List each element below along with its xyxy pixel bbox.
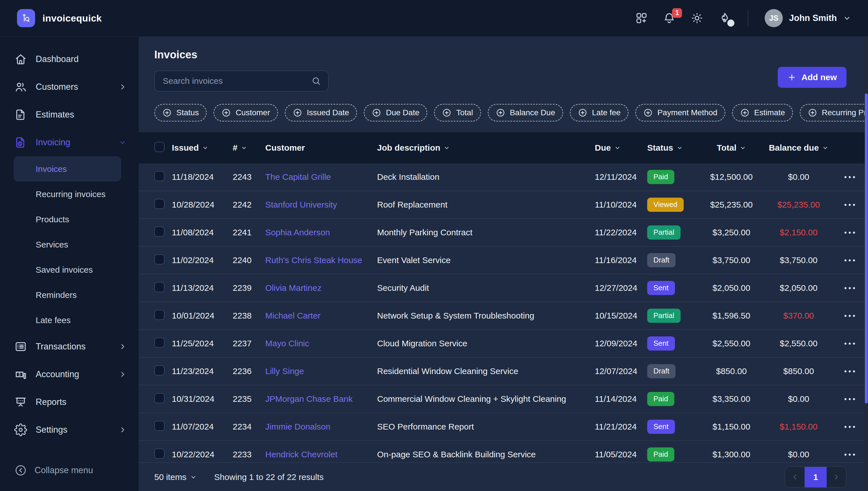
chevron-down-icon [119,139,126,146]
status-badge: Sent [647,281,675,295]
row-checkbox[interactable] [154,449,164,459]
row-checkbox[interactable] [154,254,164,264]
filter-chip-customer[interactable]: Customer [213,104,278,121]
apps-add-icon[interactable] [635,11,648,25]
bell-icon[interactable]: 1 [663,11,676,25]
sidebar-item-dashboard[interactable]: Dashboard [0,45,139,73]
column-header-total[interactable]: Total [702,143,760,153]
select-all-checkbox[interactable] [154,142,164,152]
prev-page-button[interactable] [785,467,805,487]
row-actions-button[interactable] [842,423,858,431]
row-actions-button[interactable] [842,340,858,347]
add-new-button[interactable]: Add new [778,67,846,88]
filter-chip-due-date[interactable]: Due Date [364,104,427,121]
filter-chip-recurring-profile[interactable]: Recurring Profile [800,104,868,121]
due-date: 11/10/2024 [595,200,647,209]
search-input[interactable] [162,76,311,86]
sidebar-subitem-services[interactable]: Services [13,232,121,257]
sidebar-subitem-invoices[interactable]: Invoices [13,156,121,181]
sidebar-item-estimates[interactable]: Estimates [0,101,139,128]
sidebar-item-reports[interactable]: Reports [0,388,139,416]
customer-link[interactable]: Jimmie Donalson [265,422,377,432]
filter-chip-status[interactable]: Status [154,104,207,121]
invoice-number: 2233 [233,450,265,459]
row-checkbox[interactable] [154,338,164,348]
filter-chip-late-fee[interactable]: Late fee [570,104,628,121]
column-header-job-description[interactable]: Job description [377,143,595,153]
next-page-button[interactable] [827,467,846,487]
table-header-row: Issued # Customer Job description Due St… [139,132,868,163]
column-header-issued[interactable]: Issued [172,143,233,153]
customer-link[interactable]: Sophia Anderson [265,228,377,237]
status-badge: Draft [647,253,676,267]
column-header-due[interactable]: Due [595,143,647,153]
filter-chip-balance-due[interactable]: Balance Due [488,104,563,121]
topbar: invoicequick 1 [0,0,868,37]
sidebar-subitem-recurring-invoices[interactable]: Recurring invoices [13,181,121,207]
sidebar-item-settings[interactable]: Settings [0,416,139,444]
customer-link[interactable]: Mayo Clinic [265,339,377,348]
row-checkbox[interactable] [154,282,164,292]
row-actions-button[interactable] [842,395,858,403]
flame-icon[interactable] [718,11,731,25]
plus-circle-icon [578,108,588,117]
row-checkbox[interactable] [154,227,164,237]
row-actions-button[interactable] [842,257,858,264]
sidebar-subitem-reminders[interactable]: Reminders [13,282,121,308]
customer-link[interactable]: JPMorgan Chase Bank [265,394,377,404]
row-actions-button[interactable] [842,312,858,320]
status-badge: Paid [647,447,675,462]
row-actions-button[interactable] [842,229,858,236]
user-menu[interactable]: JS John Smith [765,9,851,27]
column-header-status[interactable]: Status [647,143,702,153]
sidebar-subitem-products[interactable]: Products [13,207,121,232]
sun-icon[interactable] [690,11,704,25]
filter-chip-payment-method[interactable]: Payment Method [635,104,725,121]
current-page-button[interactable]: 1 [805,467,827,487]
filter-chip-total[interactable]: Total [434,104,481,121]
customer-link[interactable]: Hendrick Chevrolet [265,450,377,459]
customer-link[interactable]: The Capital Grille [265,172,377,182]
total-amount: $1,150.00 [702,422,760,432]
row-checkbox[interactable] [154,171,164,181]
row-actions-button[interactable] [842,368,858,375]
row-checkbox[interactable] [154,199,164,209]
filter-chip-estimate[interactable]: Estimate [732,104,793,121]
row-actions-button[interactable] [842,201,858,209]
row-actions-button[interactable] [842,451,858,458]
sidebar-item-customers[interactable]: Customers [0,73,139,101]
status-badge: Partial [647,225,681,239]
collapse-menu-button[interactable]: Collapse menu [0,458,139,483]
customer-link[interactable]: Michael Carter [265,311,377,321]
sidebar-subitem-saved-invoices[interactable]: Saved invoices [13,257,121,282]
plus-circle-icon [162,108,172,117]
scrollbar-track[interactable] [865,37,868,491]
accounting-icon: $ [14,368,27,381]
document-icon [14,108,27,121]
column-header-customer[interactable]: Customer [265,143,377,153]
row-checkbox[interactable] [154,421,164,431]
gear-icon [14,423,27,436]
total-amount: $850.00 [702,367,760,376]
filter-chip-issued-date[interactable]: Issued Date [285,104,357,121]
row-actions-button[interactable] [842,284,858,292]
row-actions-button[interactable] [842,173,858,181]
customer-link[interactable]: Stanford University [265,200,377,209]
avatar: JS [765,9,783,27]
row-checkbox[interactable] [154,393,164,403]
customer-link[interactable]: Olivia Martinez [265,283,377,293]
row-checkbox[interactable] [154,310,164,320]
column-header-balance-due[interactable]: Balance due [760,143,837,153]
sidebar-item-invoicing[interactable]: $ Invoicing [0,128,139,156]
sidebar-item-accounting[interactable]: $ Accounting [0,360,139,388]
row-checkbox[interactable] [154,365,164,375]
customer-link[interactable]: Ruth's Chris Steak House [265,255,377,265]
sidebar-subitem-late-fees[interactable]: Late fees [13,308,121,333]
column-header-number[interactable]: # [233,143,265,153]
sort-chevron-icon [444,145,450,151]
scrollbar-thumb[interactable] [865,93,868,404]
customer-link[interactable]: Lilly Singe [265,367,377,376]
page-size-select[interactable]: 50 items [154,472,197,482]
balance-due-amount: $3,750.00 [760,255,837,265]
sidebar-item-transactions[interactable]: Transactions [0,333,139,360]
